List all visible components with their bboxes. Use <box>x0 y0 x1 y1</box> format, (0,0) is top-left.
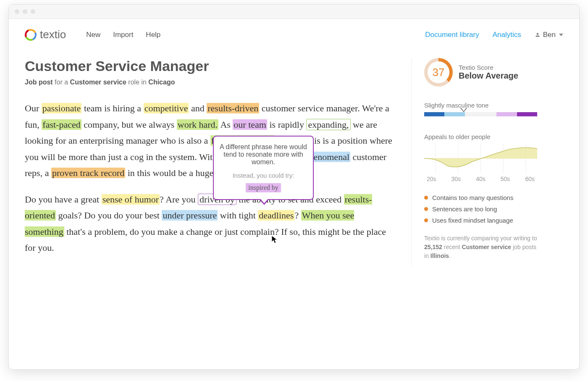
score-label: Textio Score <box>459 64 518 71</box>
doc-subtitle: Job post for a Customer service role in … <box>25 79 394 86</box>
highlight-deadlines[interactable]: deadlines <box>258 210 294 221</box>
subtitle-role: Customer service <box>70 79 126 86</box>
tone-bar <box>424 112 537 116</box>
window-max-dot[interactable] <box>31 9 35 14</box>
nav-import[interactable]: Import <box>113 31 133 39</box>
score-value: 37 <box>433 66 445 79</box>
tooltip-message: A different phrase here would tend to re… <box>220 143 307 166</box>
main: Customer Service Manager Job post for a … <box>9 45 579 266</box>
suggestion-tooltip: A different phrase here would tend to re… <box>213 136 314 200</box>
age-chart: 20s 30s 40s 50s 60s <box>424 144 537 181</box>
chevron-down-icon <box>559 34 563 36</box>
logo[interactable]: textio <box>25 28 66 41</box>
highlight-under-pressure[interactable]: under pressure <box>162 210 218 221</box>
highlight-results-driven[interactable]: results-driven <box>207 103 259 113</box>
score-descriptor: Below Average <box>459 71 518 81</box>
window-close-dot[interactable] <box>15 9 19 14</box>
main-nav: New Import Help <box>86 31 160 39</box>
paragraph-2: Do you have a great sense of humor? Are … <box>25 192 394 256</box>
highlight-work-hard[interactable]: work hard. <box>177 119 218 130</box>
header-right: Document library Analytics Ben <box>425 31 563 39</box>
issue-item[interactable]: Sentences are too long <box>424 205 537 213</box>
nav-new[interactable]: New <box>86 31 100 39</box>
cursor-icon <box>271 235 278 244</box>
issue-item[interactable]: Contains too many questions <box>424 194 537 201</box>
highlight-expanding[interactable]: expanding, <box>306 119 350 130</box>
logo-text: textio <box>40 28 66 41</box>
subtitle-location: Chicago <box>148 79 175 86</box>
window-titlebar <box>9 5 579 19</box>
app-window: textio New Import Help Document library … <box>8 4 580 370</box>
editor[interactable]: Customer Service Manager Job post for a … <box>25 58 394 266</box>
logo-ring-icon <box>23 27 38 42</box>
nav-help[interactable]: Help <box>146 31 160 39</box>
tooltip-suggestion[interactable]: inspired by <box>246 183 281 192</box>
score-row: 37 Textio Score Below Average <box>424 58 537 87</box>
footer-location: Illinois <box>430 252 449 259</box>
link-document-library[interactable]: Document library <box>425 31 479 39</box>
doc-title[interactable]: Customer Service Manager <box>25 58 394 74</box>
issues-list: Contains too many questions Sentences ar… <box>424 194 537 224</box>
comparison-footer: Textio is currently comparing your writi… <box>424 234 537 260</box>
highlight-our-team[interactable]: our team <box>233 119 267 130</box>
tone-marker-icon <box>460 108 467 112</box>
highlight-sense-of-humor[interactable]: sense of humor <box>102 194 160 205</box>
footer-role: Customer service <box>462 244 512 250</box>
age-label: Appeals to older people <box>424 133 537 140</box>
highlight-passionate[interactable]: passionate <box>42 103 82 113</box>
highlight-fast-paced[interactable]: fast-paced <box>42 119 81 130</box>
subtitle-prefix: Job post <box>25 79 53 86</box>
issue-item[interactable]: Uses fixed mindset language <box>424 217 537 224</box>
highlight-proven-track-record[interactable]: proven track record <box>51 168 125 178</box>
app-header: textio New Import Help Document library … <box>9 19 579 45</box>
window-min-dot[interactable] <box>23 9 27 14</box>
tone-label: Slightly masculine tone <box>424 102 537 109</box>
paragraph-1: Our passionate team is hiring a competit… <box>25 100 394 181</box>
user-menu[interactable]: Ben <box>535 31 563 39</box>
highlight-competitive[interactable]: competitive <box>144 103 189 113</box>
user-name: Ben <box>543 31 556 39</box>
doc-body[interactable]: Our passionate team is hiring a competit… <box>25 100 394 256</box>
link-analytics[interactable]: Analytics <box>493 31 521 39</box>
tooltip-try-label: Instead, you could try: <box>220 172 307 179</box>
user-icon <box>535 32 541 38</box>
score-circle: 37 <box>424 58 453 87</box>
footer-count: 25,152 <box>424 244 442 250</box>
sidebar: 37 Textio Score Below Average Slightly m… <box>411 58 537 266</box>
age-tick-labels: 20s 30s 40s 50s 60s <box>424 176 537 182</box>
